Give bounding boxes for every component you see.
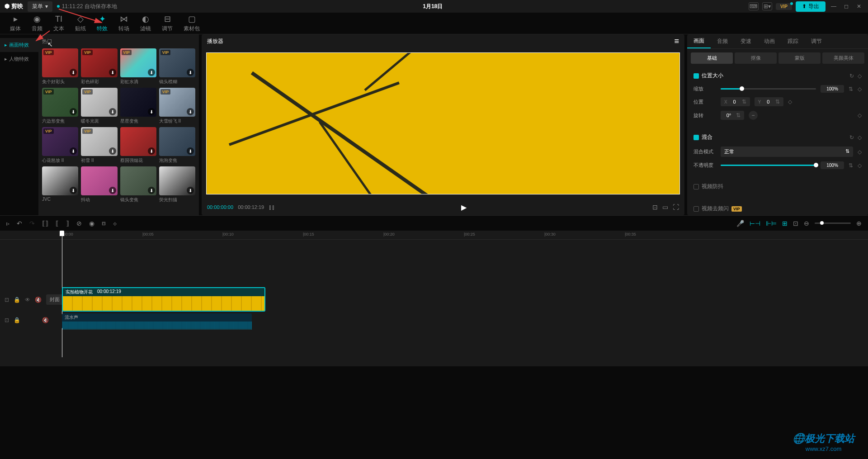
tab-video[interactable]: 画面 (687, 34, 711, 48)
stepper-icon[interactable]: ⇅ (849, 162, 853, 169)
mirror-icon[interactable]: ⧈ (102, 219, 106, 227)
download-icon[interactable]: ⬇ (109, 69, 116, 76)
scale-value[interactable]: 100% (821, 85, 844, 93)
subtab-beauty[interactable]: 美颜美体 (822, 52, 864, 64)
preview-icon[interactable]: ⊡ (793, 220, 798, 227)
subtab-cutout[interactable]: 抠像 (735, 52, 777, 64)
download-icon[interactable]: ⬇ (109, 108, 116, 115)
lock-icon[interactable]: 🔒 (14, 317, 20, 323)
link-icon[interactable]: ⊞ (782, 220, 788, 227)
subtab-mask[interactable]: 蒙版 (778, 52, 821, 64)
effect-card[interactable]: ⬇ 荧光扫描 (159, 166, 195, 203)
no-icon[interactable]: ⊘ (76, 220, 82, 227)
delete-left[interactable]: ⟦ (56, 220, 59, 227)
crop-icon[interactable]: ⟐ (113, 220, 117, 227)
effect-card[interactable]: VIP ⬇ 镜头模糊 (159, 48, 195, 85)
undo-button[interactable]: ↶ (17, 220, 22, 227)
flip-icon[interactable]: − (749, 111, 758, 120)
download-icon[interactable]: ⬇ (70, 69, 77, 76)
download-icon[interactable]: ⬇ (70, 147, 77, 155)
opacity-value[interactable]: 100% (821, 161, 844, 169)
close-button[interactable]: ✕ (854, 3, 863, 9)
download-icon[interactable]: ⬇ (187, 69, 194, 76)
keyboard-icon[interactable]: ⌨ (749, 2, 759, 10)
rotation-input[interactable]: 0°⇅ (721, 111, 744, 120)
download-icon[interactable]: ⬇ (109, 187, 116, 194)
reset-icon[interactable]: ↻ (849, 134, 854, 141)
mute-icon[interactable]: 🔇 (42, 317, 49, 323)
x-input[interactable]: X0⇅ (721, 97, 750, 106)
download-icon[interactable]: ⬇ (148, 147, 155, 155)
keyframe-icon[interactable]: ◇ (858, 86, 862, 92)
effect-card[interactable]: VIP ⬇ 初雪 II (81, 127, 117, 164)
snap-track-icon[interactable]: ⊩⊨ (766, 220, 777, 227)
record-icon[interactable]: ◉ (89, 220, 94, 227)
tab-tracking[interactable]: 跟踪 (781, 34, 805, 48)
timeline[interactable]: |00:00 |00:05 |00:10 |00:15 |00:20 |00:2… (0, 231, 868, 366)
mute-icon[interactable]: 🔇 (35, 297, 42, 303)
effect-card[interactable]: ⬇ 镜头变焦 (120, 166, 156, 203)
keyframe-icon[interactable]: ◇ (858, 134, 862, 141)
cover-button[interactable]: 封面 (46, 294, 63, 305)
blend-mode-select[interactable]: 正常⇅ (721, 147, 853, 157)
keyframe-icon[interactable]: ◇ (858, 149, 862, 155)
download-icon[interactable]: ⬇ (109, 147, 116, 155)
tool-adjust[interactable]: ⊟调节 (156, 12, 178, 34)
tool-media[interactable]: ▸媒体 (5, 12, 26, 34)
video-clip[interactable]: 实拍植物开花00:00:12:19 (62, 287, 265, 312)
maximize-button[interactable]: ◻ (842, 3, 851, 9)
tab-adjust[interactable]: 调节 (805, 34, 828, 48)
redo-button[interactable]: ↷ (29, 220, 35, 227)
zoom-out-icon[interactable]: ⊖ (804, 220, 809, 227)
download-icon[interactable]: ⬇ (148, 69, 155, 76)
keyframe-icon[interactable]: ◇ (858, 73, 862, 79)
effect-card[interactable]: ⬇ 蔡国强烟花 (120, 127, 156, 164)
effect-card[interactable]: ⬇ 抖动 (81, 166, 117, 203)
download-icon[interactable]: ⬇ (70, 108, 77, 115)
keyframe-icon[interactable]: ◇ (858, 112, 862, 118)
tool-package[interactable]: ▢素材包 (178, 12, 205, 34)
video-preview[interactable] (202, 48, 684, 199)
reset-icon[interactable]: ↻ (849, 73, 854, 79)
checkbox-position[interactable] (693, 73, 699, 79)
download-icon[interactable]: ⬇ (187, 108, 194, 115)
tool-sticker[interactable]: ◇贴纸 (70, 12, 91, 34)
y-input[interactable]: Y0⇅ (755, 97, 784, 106)
effect-card[interactable]: VIP ⬇ 心花怒放 II (42, 127, 78, 164)
delete-right[interactable]: ⟧ (66, 220, 69, 227)
subtab-basic[interactable]: 基础 (691, 52, 733, 64)
fullscreen-icon[interactable]: ⛶ (673, 203, 679, 211)
stepper-icon[interactable]: ⇅ (849, 86, 853, 92)
download-icon[interactable]: ⬇ (187, 147, 194, 155)
keyframe-icon[interactable]: ◇ (788, 99, 792, 105)
download-icon[interactable]: ⬇ (148, 187, 155, 194)
timeline-ruler[interactable]: |00:00 |00:05 |00:10 |00:15 |00:20 |00:2… (0, 231, 868, 240)
minimize-button[interactable]: — (829, 3, 838, 9)
effect-card[interactable]: VIP ⬇ 六边形变焦 (42, 88, 78, 124)
category-screen-effects[interactable]: ▸ 画面特效 (0, 38, 38, 52)
checkbox-stabilize[interactable] (693, 184, 699, 189)
opacity-slider[interactable] (721, 165, 816, 166)
player-menu-icon[interactable]: ≡ (674, 37, 679, 46)
tool-filter[interactable]: ◐滤镜 (135, 12, 156, 34)
menu-button[interactable]: 菜单 ▾ (28, 1, 52, 12)
track-menu-icon[interactable]: ⊡ (5, 317, 9, 323)
zoom-slider[interactable] (815, 222, 851, 224)
track-menu-icon[interactable]: ⊡ (5, 297, 9, 303)
tool-transition[interactable]: ⋈转场 (113, 12, 135, 34)
effect-card[interactable]: VIP ⬇ 彩色碎彩 (81, 48, 117, 85)
lock-icon[interactable]: 🔒 (14, 297, 20, 303)
zoom-in-icon[interactable]: ⊕ (856, 220, 862, 227)
layout-icon[interactable]: ⊞▾ (762, 2, 772, 10)
tool-text[interactable]: TI文本 (48, 13, 70, 34)
keyframe-icon[interactable]: ◇ (858, 162, 862, 169)
vip-badge[interactable]: VIP (776, 3, 792, 10)
effect-card[interactable]: ⬇ 泡泡变焦 (159, 127, 195, 164)
select-tool[interactable]: ▹ (6, 220, 9, 227)
tab-animation[interactable]: 动画 (758, 34, 781, 48)
effect-card[interactable]: VIP ⬇ 大雪纷飞 II (159, 88, 195, 124)
effect-card[interactable]: ⬇ 星星变焦 (120, 88, 156, 124)
tab-speed[interactable]: 变速 (734, 34, 758, 48)
split-tool[interactable]: ⟦⟧ (42, 220, 48, 227)
eye-icon[interactable]: 👁 (25, 297, 30, 303)
